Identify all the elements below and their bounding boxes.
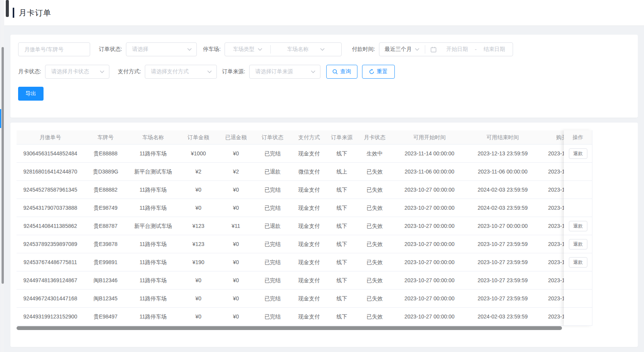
operation-cell: 退款 <box>564 253 592 271</box>
card-status-label: 月卡状态: <box>18 68 41 75</box>
export-button[interactable]: 导出 <box>18 87 44 101</box>
operation-cell <box>564 290 592 308</box>
table-cell: 线下 <box>327 181 356 199</box>
order-source-select[interactable]: 请选择订单来源 <box>249 65 320 79</box>
order-status-select[interactable]: 请选择 <box>126 42 197 56</box>
horizontal-scrollbar-thumb[interactable] <box>17 326 562 330</box>
page: 月卡订单 订单状态: 请选择 停车场: 车场类型 <box>0 0 644 352</box>
table-cell: 已失效 <box>356 199 393 217</box>
pay-method-select[interactable]: 请选择支付方式 <box>145 65 217 79</box>
table-cell: 贵E88888 <box>84 145 127 162</box>
operation-header: 操作 <box>564 130 592 145</box>
table-cell: ¥0 <box>218 199 254 217</box>
operation-cell <box>564 163 592 181</box>
filter-row-1: 订单状态: 请选择 停车场: 车场类型 车场名称 <box>18 42 630 56</box>
card-status-select[interactable]: 请选择月卡状态 <box>45 65 109 79</box>
header-cell: 订单金额 <box>179 130 218 144</box>
table-row: 930645631544852484贵E8888811路停车场¥1000¥0已完… <box>17 145 564 163</box>
parking-type-select[interactable]: 车场类型 <box>225 46 270 53</box>
reset-button-label: 重置 <box>377 68 387 75</box>
date-range-separator: - <box>475 46 477 52</box>
refund-button[interactable]: 退款 <box>569 239 587 249</box>
table-cell: 新平台测试车场 <box>127 217 179 235</box>
parking-name-select[interactable]: 车场名称 <box>271 46 341 53</box>
table-cell: 2023-10-27 00:00:00 <box>393 271 466 289</box>
table-cell: ¥0 <box>218 290 254 307</box>
table-cell: 已完结 <box>254 290 291 307</box>
header-cell: 订单状态 <box>254 130 291 144</box>
table-cell: 2023-10- <box>539 290 564 307</box>
operation-cell: 退款 <box>564 217 592 235</box>
refund-button[interactable]: 退款 <box>569 257 587 268</box>
table-cell: ¥0 <box>218 145 254 162</box>
parking-label: 停车场: <box>203 46 221 53</box>
table-cell: 现金支付 <box>291 181 327 199</box>
chevron-down-icon <box>100 70 104 73</box>
left-scrollbar-thumb[interactable] <box>2 47 4 284</box>
table-cell: 2023-10- <box>539 199 564 217</box>
table-cell: ¥0 <box>218 308 254 325</box>
pay-method-label: 支付方式: <box>118 68 141 75</box>
table-cell: 贵E98749 <box>84 199 127 217</box>
table-row: 924537892359897089贵E3987811路停车场¥123¥0已完结… <box>17 235 564 253</box>
operation-cell: 退款 <box>564 235 592 253</box>
left-scrollbar-thumb-top[interactable] <box>6 0 9 17</box>
table-cell: 11路停车场 <box>127 290 179 307</box>
table-cell: 11路停车场 <box>127 271 179 289</box>
table-cell: 已失效 <box>356 253 393 271</box>
keyword-input[interactable] <box>18 42 90 56</box>
search-icon <box>332 69 338 74</box>
table-cell: 微信支付 <box>291 163 327 180</box>
table-cell: ¥123 <box>179 217 218 235</box>
table-cell: 2023-10-27 23:59:59 <box>466 290 539 307</box>
query-button[interactable]: 查询 <box>326 65 357 79</box>
header-cell: 车场名称 <box>127 130 179 144</box>
table-cell: 现金支付 <box>291 235 327 253</box>
table-cell: 2023-10-27 00:00:00 <box>466 217 539 235</box>
chevron-down-icon <box>258 48 262 51</box>
table-cell: 2023-10-27 23:59:59 <box>466 271 539 289</box>
parking-name-placeholder: 车场名称 <box>287 46 309 53</box>
operation-body: 退款退款退款退款 <box>564 145 592 326</box>
table-cell: 2023-11-06 00:00:00 <box>393 163 466 180</box>
table-row: 924496724301447168闽B1234511路停车场¥0¥0已完结现金… <box>17 290 564 308</box>
reset-button[interactable]: 重置 <box>362 65 395 79</box>
pay-method-placeholder: 请选择支付方式 <box>151 68 207 75</box>
operation-cell <box>564 199 592 217</box>
table-cell: 已完结 <box>254 199 291 217</box>
table-cell: ¥11 <box>218 217 254 235</box>
table-row: 924537674486775811贵E9989111路停车场¥190¥0已完结… <box>17 253 564 271</box>
refund-button[interactable]: 退款 <box>569 148 587 159</box>
order-status-label: 订单状态: <box>99 46 122 53</box>
table-cell: 已完结 <box>254 271 291 289</box>
table-cell: ¥1000 <box>179 145 218 162</box>
table-row: 924543179070373888贵E9874911路停车场¥0¥0已完结现金… <box>17 199 564 217</box>
table-cell: ¥190 <box>179 253 218 271</box>
refund-button[interactable]: 退款 <box>569 221 587 231</box>
table-cell: 贵E99891 <box>84 253 127 271</box>
table-cell: 已失效 <box>356 308 393 325</box>
pay-time-preset-select[interactable]: 最近三个月 <box>379 46 425 53</box>
table-cell: ¥0 <box>179 271 218 289</box>
table-cell: 贵E98497 <box>84 308 127 325</box>
table-cell: 928168016414244870 <box>17 163 84 180</box>
header-cell: 已退金额 <box>218 130 254 144</box>
table-cell: 2023-11- <box>539 163 564 180</box>
query-button-label: 查询 <box>340 68 351 75</box>
table-cell: 2024-02-03 23:59:59 <box>466 181 539 199</box>
table-cell: ¥0 <box>179 181 218 199</box>
start-date-input[interactable]: 开始日期 <box>446 46 468 53</box>
table-cell: 2023-10-27 23:59:59 <box>466 253 539 271</box>
table-cell: 924545278587961345 <box>17 181 84 199</box>
table-cell: 贵D3889G <box>84 163 127 180</box>
table-cell: ¥2 <box>179 163 218 180</box>
end-date-input[interactable]: 结束日期 <box>483 46 505 53</box>
table-row: 924541408411385862贵E88787新平台测试车场¥123¥11已… <box>17 217 564 235</box>
order-source-label: 订单来源: <box>222 68 245 75</box>
table-cell: 线下 <box>327 217 356 235</box>
chevron-down-icon <box>187 48 192 51</box>
chevron-down-icon <box>311 70 315 73</box>
table-cell: 线下 <box>327 290 356 307</box>
table-cell: 已完结 <box>254 235 291 253</box>
table-cell: 2023-10- <box>539 235 564 253</box>
